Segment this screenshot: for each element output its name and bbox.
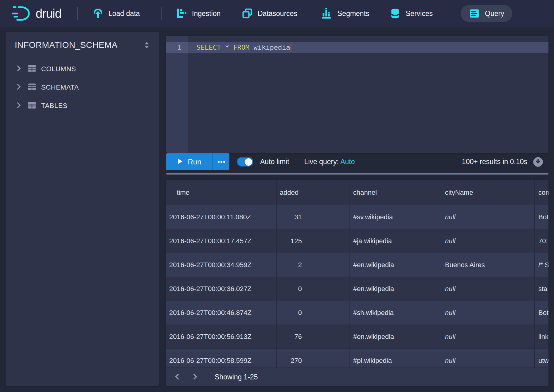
cell-channel[interactable]: #en.wikipedia — [349, 253, 441, 277]
nav-item-label: Services — [406, 10, 433, 18]
editor-code-area[interactable]: SELECT * FROM wikipedia — [188, 36, 548, 153]
cell-cityname[interactable]: null — [441, 325, 535, 349]
nav-item-segments[interactable]: Segments — [321, 0, 369, 27]
cell-added[interactable]: 76 — [277, 325, 349, 349]
tree-item-tables[interactable]: TABLES — [6, 98, 159, 114]
chevron-right-icon[interactable] — [15, 64, 23, 74]
schema-sidebar: INFORMATION_SCHEMA COLUMNS — [6, 32, 159, 386]
toggle-knob — [245, 158, 252, 166]
cell-cityname[interactable]: null — [441, 229, 535, 253]
run-button[interactable]: Run — [166, 153, 213, 170]
cell-time[interactable]: 2016-06-27T00:00:17.457Z — [166, 229, 277, 253]
download-icon[interactable] — [533, 157, 543, 167]
top-nav: druid Load data Ingestion — [0, 0, 554, 27]
double-caret-vertical-icon[interactable] — [142, 40, 151, 50]
cell-comment[interactable]: sta — [535, 277, 548, 301]
cell-comment[interactable]: utw — [535, 349, 548, 368]
table-body: 2016-06-27T00:00:11.080Z 31 #sv.wikipedi… — [166, 205, 548, 368]
nav-separator — [453, 7, 453, 20]
cell-channel[interactable]: #sv.wikipedia — [349, 205, 441, 229]
cell-time[interactable]: 2016-06-27T00:00:58.599Z — [166, 349, 277, 368]
nav-item-ingestion[interactable]: Ingestion — [176, 0, 220, 27]
cell-comment[interactable]: link — [535, 325, 548, 349]
next-page-button[interactable] — [188, 370, 202, 384]
column-header-channel[interactable]: channel — [349, 180, 441, 205]
nav-item-services[interactable]: Services — [389, 0, 433, 27]
table-header-row: __time added channel cityName comment — [166, 180, 548, 205]
gantt-chart-icon — [176, 8, 187, 19]
chevron-right-icon[interactable] — [15, 83, 23, 92]
auto-limit-toggle[interactable] — [237, 157, 253, 167]
cell-cityname[interactable]: null — [441, 205, 535, 229]
sql-keyword: FROM — [233, 44, 249, 51]
cell-cityname[interactable]: null — [441, 301, 535, 325]
column-header-added[interactable]: added — [277, 180, 349, 205]
cell-channel[interactable]: #pl.wikipedia — [349, 349, 441, 368]
cell-channel[interactable]: #ja.wikipedia — [349, 229, 441, 253]
cell-added[interactable]: 125 — [277, 229, 349, 253]
cell-added[interactable]: 270 — [277, 349, 349, 368]
auto-limit-label: Auto limit — [260, 158, 289, 166]
results-info: 100+ results in 0.10s — [462, 158, 527, 166]
table-icon — [27, 64, 37, 74]
cell-comment[interactable]: /* S — [535, 253, 548, 277]
cell-channel[interactable]: #en.wikipedia — [349, 277, 441, 301]
chevron-right-icon — [191, 373, 199, 382]
nav-item-load-data[interactable]: Load data — [92, 0, 140, 27]
query-editor[interactable]: 1 SELECT * FROM wikipedia — [166, 36, 548, 153]
tree-item-columns[interactable]: COLUMNS — [6, 61, 159, 77]
text-cursor — [291, 44, 291, 52]
brand-logo[interactable]: druid — [12, 4, 61, 23]
cell-cityname[interactable]: null — [441, 277, 535, 301]
table-row: 2016-06-27T00:00:36.027Z 0 #en.wikipedia… — [166, 277, 548, 301]
druid-logo-icon — [12, 5, 31, 22]
tree-item-schemata[interactable]: SCHEMATA — [6, 79, 159, 95]
table-icon — [27, 101, 37, 111]
column-header-cityname[interactable]: cityName — [441, 180, 535, 205]
cell-channel[interactable]: #sh.wikipedia — [349, 301, 441, 325]
live-query-label: Live query: Auto — [304, 158, 355, 166]
cell-cityname[interactable]: Buenos Aires — [441, 253, 535, 277]
play-icon — [177, 158, 183, 166]
cell-time[interactable]: 2016-06-27T00:00:36.027Z — [166, 277, 277, 301]
sql-star: * — [225, 44, 229, 51]
run-more-button[interactable] — [213, 153, 229, 170]
column-header-time[interactable]: __time — [166, 180, 277, 205]
chevron-right-icon[interactable] — [15, 101, 23, 110]
table-footer: Showing 1-25 — [166, 368, 548, 386]
cell-added[interactable]: 0 — [277, 301, 349, 325]
console-icon — [469, 8, 480, 19]
live-query-value[interactable]: Auto — [340, 158, 355, 166]
table-row: 2016-06-27T00:00:56.913Z 76 #en.wikipedi… — [166, 325, 548, 349]
cell-time[interactable]: 2016-06-27T00:00:34.959Z — [166, 253, 277, 277]
nav-item-query[interactable]: Query — [461, 5, 512, 22]
table-row: 2016-06-27T00:00:17.457Z 125 #ja.wikiped… — [166, 229, 548, 253]
cell-comment[interactable]: Bot — [535, 301, 548, 325]
cell-added[interactable]: 2 — [277, 253, 349, 277]
pagination-status: Showing 1-25 — [215, 373, 258, 381]
stacked-squares-icon — [241, 8, 253, 19]
nav-item-label: Ingestion — [192, 10, 220, 18]
brand-wordmark: druid — [36, 7, 61, 21]
previous-page-button[interactable] — [170, 370, 184, 384]
cell-cityname[interactable]: null — [441, 349, 535, 368]
editor-line-number: 1 — [166, 42, 188, 53]
column-header-comment[interactable]: comment — [535, 180, 548, 205]
cell-added[interactable]: 31 — [277, 205, 349, 229]
cell-time[interactable]: 2016-06-27T00:00:46.874Z — [166, 301, 277, 325]
nav-item-datasources[interactable]: Datasources — [241, 0, 297, 27]
cell-channel[interactable]: #en.wikipedia — [349, 325, 441, 349]
cell-time[interactable]: 2016-06-27T00:00:56.913Z — [166, 325, 277, 349]
chevron-left-icon — [173, 373, 181, 382]
tree-item-label: COLUMNS — [41, 65, 76, 73]
table-row: 2016-06-27T00:00:58.599Z 270 #pl.wikiped… — [166, 349, 548, 368]
cell-comment[interactable]: Bot — [535, 205, 548, 229]
cell-comment[interactable]: 70: — [535, 229, 548, 253]
resize-handle[interactable] — [166, 173, 548, 175]
cell-time[interactable]: 2016-06-27T00:00:11.080Z — [166, 205, 277, 229]
cell-added[interactable]: 0 — [277, 277, 349, 301]
nav-separator — [161, 7, 162, 20]
nav-item-label: Load data — [108, 10, 140, 18]
run-button-label: Run — [188, 158, 201, 166]
tree-item-label: SCHEMATA — [41, 83, 79, 91]
